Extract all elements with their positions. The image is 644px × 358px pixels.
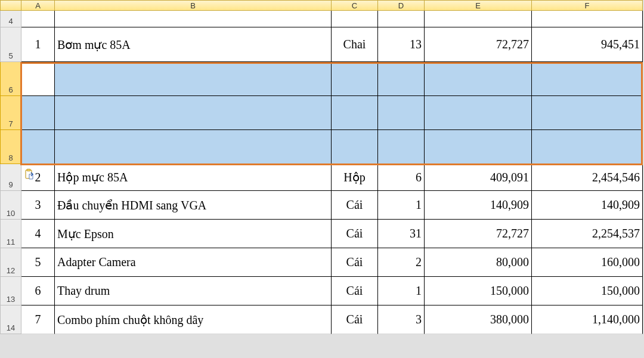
select-all-corner[interactable]: [0, 0, 21, 11]
row-header-9[interactable]: 9: [0, 164, 21, 191]
cell-B5[interactable]: Bơm mực 85A: [55, 27, 332, 62]
cell-D5[interactable]: 13: [378, 27, 425, 62]
cell-D13[interactable]: 1: [378, 277, 425, 305]
cell-B9[interactable]: Hộp mực 85A: [55, 164, 332, 191]
cell-D8[interactable]: [378, 130, 425, 164]
cell-F11[interactable]: 2,254,537: [532, 220, 643, 248]
col-header-C[interactable]: C: [332, 0, 378, 11]
cell-B13[interactable]: Thay drum: [55, 277, 332, 305]
cell-B4[interactable]: [55, 11, 332, 27]
cell-A9[interactable]: 2: [21, 164, 55, 191]
col-header-E[interactable]: E: [425, 0, 532, 11]
cell-A4[interactable]: [21, 11, 55, 27]
cell-D11[interactable]: 31: [378, 220, 425, 248]
cell-B11[interactable]: Mực Epson: [55, 220, 332, 248]
spreadsheet-grid: A B C D E F 4 5 6 7 8 9 10 11 12 13 14: [0, 0, 643, 334]
column-header-row: A B C D E F: [0, 0, 643, 11]
cell-E12[interactable]: 80,000: [425, 248, 532, 277]
cell-F10[interactable]: 140,909: [532, 191, 643, 220]
row-header-column: 4 5 6 7 8 9 10 11 12 13 14: [0, 11, 21, 334]
cell-D14[interactable]: 3: [378, 305, 425, 334]
row-header-14[interactable]: 14: [0, 305, 21, 334]
cell-B14[interactable]: Combo phím chuột không dây: [55, 305, 332, 334]
cells-area: 1 Bơm mực 85A Chai 13 72,727 945,451: [21, 11, 643, 334]
cell-D7[interactable]: [378, 96, 425, 130]
cell-C10[interactable]: Cái: [332, 191, 378, 220]
cell-F9[interactable]: 2,454,546: [532, 164, 643, 191]
cell-A12[interactable]: 5: [21, 248, 55, 277]
cell-C4[interactable]: [332, 11, 378, 27]
cell-F7[interactable]: [532, 96, 643, 130]
cell-E11[interactable]: 72,727: [425, 220, 532, 248]
cell-E9[interactable]: 409,091: [425, 164, 532, 191]
cell-F8[interactable]: [532, 130, 643, 164]
row-header-4[interactable]: 4: [0, 11, 21, 27]
cell-C9[interactable]: Hộp: [332, 164, 378, 191]
cell-A8[interactable]: [21, 130, 55, 164]
cell-E7[interactable]: [425, 96, 532, 130]
cell-A14[interactable]: 7: [21, 305, 55, 334]
cell-B10[interactable]: Đầu chuyển HDMI sang VGA: [55, 191, 332, 220]
row-header-6[interactable]: 6: [0, 62, 21, 96]
row-header-12[interactable]: 12: [0, 248, 21, 277]
cell-E4[interactable]: [425, 11, 532, 27]
cell-A10[interactable]: 3: [21, 191, 55, 220]
cell-B8[interactable]: [55, 130, 332, 164]
row-header-7[interactable]: 7: [0, 96, 21, 130]
cell-D12[interactable]: 2: [378, 248, 425, 277]
cell-A6[interactable]: [21, 62, 55, 96]
cell-A7[interactable]: [21, 96, 55, 130]
col-header-A[interactable]: A: [21, 0, 55, 11]
col-header-B[interactable]: B: [55, 0, 332, 11]
cell-D9[interactable]: 6: [378, 164, 425, 191]
col-header-D[interactable]: D: [378, 0, 425, 11]
cell-D6[interactable]: [378, 62, 425, 96]
cell-F13[interactable]: 150,000: [532, 277, 643, 305]
row-header-5[interactable]: 5: [0, 27, 21, 62]
cell-C12[interactable]: Cái: [332, 248, 378, 277]
cell-E5[interactable]: 72,727: [425, 27, 532, 62]
cell-E14[interactable]: 380,000: [425, 305, 532, 334]
row-header-13[interactable]: 13: [0, 277, 21, 305]
cell-C11[interactable]: Cái: [332, 220, 378, 248]
cell-C6[interactable]: [332, 62, 378, 96]
cell-F14[interactable]: 1,140,000: [532, 305, 643, 334]
cell-C8[interactable]: [332, 130, 378, 164]
cell-F4[interactable]: [532, 11, 643, 27]
row-header-11[interactable]: 11: [0, 220, 21, 248]
cell-D10[interactable]: 1: [378, 191, 425, 220]
col-header-F[interactable]: F: [532, 0, 643, 11]
cell-D4[interactable]: [378, 11, 425, 27]
cell-F12[interactable]: 160,000: [532, 248, 643, 277]
row-header-10[interactable]: 10: [0, 191, 21, 220]
cell-E10[interactable]: 140,909: [425, 191, 532, 220]
cell-E8[interactable]: [425, 130, 532, 164]
cell-C5[interactable]: Chai: [332, 27, 378, 62]
cell-B6[interactable]: [55, 62, 332, 96]
cell-A11[interactable]: 4: [21, 220, 55, 248]
cell-F6[interactable]: [532, 62, 643, 96]
row-header-8[interactable]: 8: [0, 130, 21, 164]
cell-C14[interactable]: Cái: [332, 305, 378, 334]
cell-E6[interactable]: [425, 62, 532, 96]
cell-A5[interactable]: 1: [21, 27, 55, 62]
cell-C7[interactable]: [332, 96, 378, 130]
cell-E13[interactable]: 150,000: [425, 277, 532, 305]
cell-C13[interactable]: Cái: [332, 277, 378, 305]
cell-A13[interactable]: 6: [21, 277, 55, 305]
cell-B7[interactable]: [55, 96, 332, 130]
cell-B12[interactable]: Adapter Camera: [55, 248, 332, 277]
cell-F5[interactable]: 945,451: [532, 27, 643, 62]
